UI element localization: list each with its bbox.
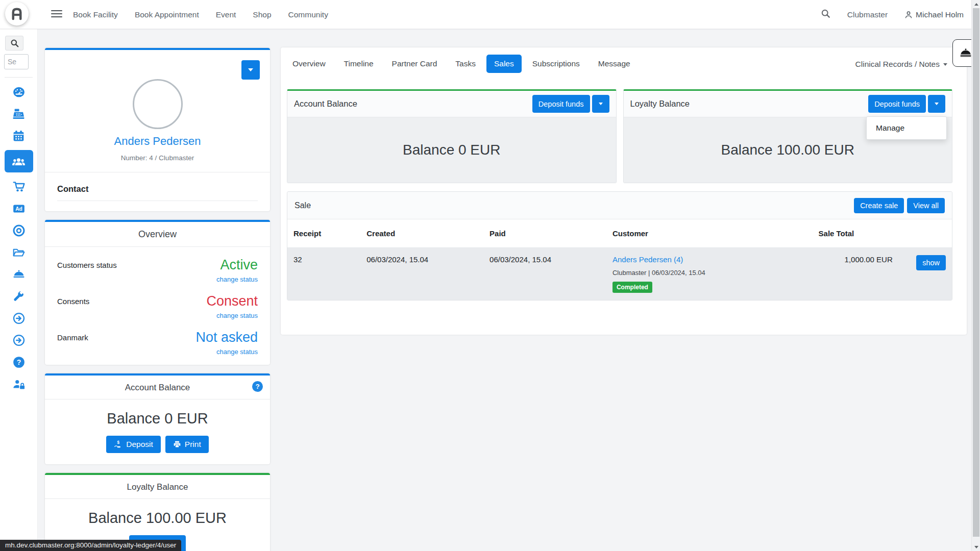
tab-message[interactable]: Message [591, 55, 638, 73]
divider [45, 246, 270, 247]
arrow-circle-right-icon [12, 312, 26, 325]
sidebar-item-checkout[interactable] [5, 333, 33, 348]
customer-name: Anders Pedersen [45, 135, 270, 148]
hand-dollar-icon: $ [114, 440, 122, 449]
search-icon[interactable] [820, 8, 831, 21]
print-button[interactable]: Print [165, 436, 209, 453]
col-sale-total: Sale Total [813, 219, 899, 248]
account-balance-amount: Balance 0 EUR [45, 410, 270, 427]
status-label: Consents [57, 294, 89, 319]
sidebar-search-input[interactable] [4, 54, 29, 69]
status-value: Active [216, 258, 258, 272]
user-name: Michael Holm [916, 10, 964, 19]
app-logo[interactable] [5, 2, 29, 26]
loyalty-deposit-funds-button[interactable]: Deposit funds [868, 95, 926, 113]
tab-partner-card[interactable]: Partner Card [384, 55, 445, 73]
tab-sales[interactable]: Sales [486, 55, 522, 73]
sidebar-search-button[interactable] [5, 36, 23, 51]
tab-subscriptions[interactable]: Subscriptions [525, 55, 587, 73]
sidebar-item-memberships[interactable] [5, 223, 33, 238]
account-balance-panel-title: Account Balance [294, 99, 357, 109]
deposit-button[interactable]: $ Deposit [106, 436, 161, 453]
club-name[interactable]: Clubmaster [847, 10, 888, 19]
customer-column: Anders Pedersen Number: 4 / Clubmaster C… [45, 48, 270, 551]
loyalty-balance-panel-title: Loyalty Balance [630, 99, 690, 109]
scroll-up-arrow[interactable] [972, 1, 980, 8]
sales-table: Receipt Created Paid Customer Sale Total… [287, 219, 952, 300]
tab-timeline[interactable]: Timeline [336, 55, 381, 73]
cart-icon [12, 180, 26, 193]
help-icon[interactable]: ? [252, 381, 263, 392]
manage-menu-item[interactable]: Manage [867, 118, 946, 138]
deposit-funds-caret-button[interactable] [592, 95, 609, 113]
col-paid: Paid [483, 219, 606, 248]
nav-shop[interactable]: Shop [253, 10, 271, 19]
sidebar-item-ads[interactable]: Ad [5, 201, 33, 216]
clinical-records-dropdown[interactable]: Clinical Records / Notes [855, 60, 947, 69]
customer-link[interactable]: Anders Pedersen (4) [612, 255, 683, 264]
caret-down-icon [935, 103, 939, 105]
nav-community[interactable]: Community [288, 10, 328, 19]
sidebar-item-customers[interactable] [5, 150, 33, 172]
change-status-link[interactable]: change status [216, 276, 258, 283]
status-value: Not asked [195, 330, 258, 344]
create-sale-button[interactable]: Create sale [854, 198, 904, 213]
svg-text:Ad: Ad [15, 206, 22, 212]
nav-book-facility[interactable]: Book Facility [73, 10, 118, 19]
sidebar-item-settings[interactable] [5, 289, 33, 304]
user-lock-icon [12, 378, 26, 391]
change-status-link[interactable]: change status [206, 312, 258, 319]
status-row: Consents Consent change status [45, 294, 270, 319]
top-navbar: Book Facility Book Appointment Event Sho… [0, 0, 980, 29]
caret-down-icon [248, 68, 253, 71]
account-balance-panel: Account Balance Deposit funds Balance 0 … [287, 89, 617, 183]
sidebar-item-shop[interactable] [5, 179, 33, 194]
loyalty-deposit-funds-caret-button[interactable] [928, 95, 945, 113]
logo-a-icon [9, 6, 24, 21]
show-button[interactable]: show [916, 255, 946, 270]
menu-toggle-icon[interactable] [51, 10, 62, 19]
profile-card: Anders Pedersen Number: 4 / Clubmaster C… [45, 48, 270, 211]
printer-icon [173, 440, 181, 448]
sidebar-item-admin-access[interactable] [5, 377, 33, 392]
sale-total: 1,000.00 EUR [813, 248, 899, 300]
contact-heading: Contact [45, 172, 270, 194]
calendar-icon [12, 130, 25, 142]
scrollbar-thumb[interactable] [973, 8, 979, 537]
scroll-down-arrow[interactable] [972, 543, 980, 550]
disc-icon [12, 224, 26, 237]
view-all-button[interactable]: View all [907, 198, 945, 213]
folder-open-icon [12, 246, 26, 259]
tab-tasks[interactable]: Tasks [448, 55, 483, 73]
overview-card: Overview Customers status Active change … [45, 220, 270, 365]
nav-event[interactable]: Event [216, 10, 236, 19]
sale-title: Sale [295, 201, 311, 210]
col-actions [899, 219, 952, 248]
screen: Book Facility Book Appointment Event Sho… [0, 0, 980, 551]
loyalty-dropdown-menu: Manage [866, 116, 947, 140]
sale-row: 32 06/03/2024, 15.04 06/03/2024, 15.04 A… [287, 248, 952, 300]
tab-overview[interactable]: Overview [285, 55, 333, 73]
sidebar-item-checkin[interactable] [5, 311, 33, 326]
sidebar-item-pos[interactable] [5, 106, 33, 121]
sidebar-item-help[interactable]: ? [5, 355, 33, 370]
loyalty-balance-amount: Balance 100.00 EUR [45, 510, 270, 527]
loyalty-balance-panel: Loyalty Balance Deposit funds Manage Bal… [623, 89, 953, 183]
sale-receipt: 32 [287, 248, 360, 300]
change-status-link[interactable]: change status [195, 348, 258, 356]
caret-down-icon [943, 63, 947, 66]
sidebar-item-calendar[interactable] [5, 128, 33, 143]
sale-paid: 06/03/2024, 15.04 [483, 248, 606, 300]
sidebar-item-files[interactable] [5, 245, 33, 260]
status-badge: Completed [612, 282, 652, 293]
user-menu[interactable]: Michael Holm [904, 10, 964, 19]
status-row: Danmark Not asked change status [45, 330, 270, 356]
divider [45, 498, 270, 499]
nav-book-appointment[interactable]: Book Appointment [135, 10, 199, 19]
profile-actions-dropdown[interactable] [241, 60, 260, 80]
sidebar-item-dashboard[interactable] [5, 84, 33, 99]
balance-cards-row: Account Balance Deposit funds Balance 0 … [287, 89, 952, 183]
sidebar-item-services[interactable] [5, 267, 33, 282]
account-balance-title: Account Balance [125, 383, 190, 392]
deposit-funds-button[interactable]: Deposit funds [532, 95, 590, 113]
